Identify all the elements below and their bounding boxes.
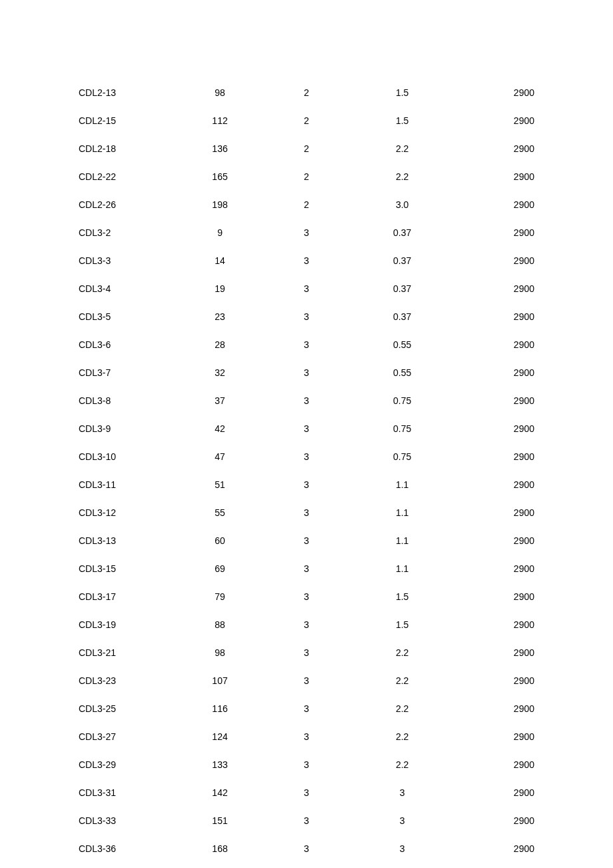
table-row: CDL3-41930.372900: [79, 275, 534, 303]
table-row: CDL3-2913332.22900: [79, 751, 534, 779]
cell-head: 98: [179, 639, 261, 667]
cell-flow: 3: [261, 695, 352, 723]
cell-power: 0.37: [352, 247, 452, 275]
cell-flow: 3: [261, 835, 352, 863]
cell-flow: 3: [261, 555, 352, 583]
cell-model: CDL3-2: [79, 219, 179, 247]
cell-power: 1.1: [352, 499, 452, 527]
cell-model: CDL3-11: [79, 471, 179, 499]
cell-flow: 3: [261, 611, 352, 639]
cell-head: 23: [179, 303, 261, 331]
cell-head: 51: [179, 471, 261, 499]
cell-speed: 2900: [452, 555, 534, 583]
cell-flow: 3: [261, 219, 352, 247]
cell-model: CDL3-7: [79, 359, 179, 387]
cell-speed: 2900: [452, 443, 534, 471]
cell-power: 1.1: [352, 527, 452, 555]
table-row: CDL3-104730.752900: [79, 443, 534, 471]
cell-head: 32: [179, 359, 261, 387]
table-row: CDL3-2712432.22900: [79, 723, 534, 751]
cell-model: CDL3-15: [79, 555, 179, 583]
cell-power: 1.5: [352, 583, 452, 611]
cell-head: 60: [179, 527, 261, 555]
cell-power: 3: [352, 779, 452, 807]
cell-flow: 3: [261, 247, 352, 275]
cell-head: 69: [179, 555, 261, 583]
cell-speed: 2900: [452, 331, 534, 359]
cell-speed: 2900: [452, 611, 534, 639]
cell-speed: 2900: [452, 807, 534, 835]
cell-speed: 2900: [452, 667, 534, 695]
table-row: CDL3-31142332900: [79, 779, 534, 807]
cell-speed: 2900: [452, 779, 534, 807]
table-row: CDL3-219832.22900: [79, 639, 534, 667]
table-row: CDL3-177931.52900: [79, 583, 534, 611]
table-row: CDL3-83730.752900: [79, 387, 534, 415]
table-row: CDL3-36168332900: [79, 835, 534, 863]
table-row: CDL3-2511632.22900: [79, 695, 534, 723]
cell-speed: 2900: [452, 583, 534, 611]
cell-model: CDL3-17: [79, 583, 179, 611]
cell-head: 79: [179, 583, 261, 611]
cell-head: 151: [179, 807, 261, 835]
cell-model: CDL3-8: [79, 387, 179, 415]
cell-model: CDL3-36: [79, 835, 179, 863]
cell-head: 14: [179, 247, 261, 275]
table-row: CDL3-136031.12900: [79, 527, 534, 555]
table-row: CDL3-125531.12900: [79, 499, 534, 527]
cell-head: 198: [179, 191, 261, 219]
cell-speed: 2900: [452, 107, 534, 135]
cell-model: CDL3-33: [79, 807, 179, 835]
cell-speed: 2900: [452, 303, 534, 331]
cell-power: 1.5: [352, 611, 452, 639]
cell-head: 9: [179, 219, 261, 247]
cell-speed: 2900: [452, 191, 534, 219]
table-row: CDL3-62830.552900: [79, 331, 534, 359]
cell-power: 1.1: [352, 471, 452, 499]
cell-model: CDL3-19: [79, 611, 179, 639]
cell-head: 107: [179, 667, 261, 695]
cell-speed: 2900: [452, 863, 534, 868]
cell-power: 2.2: [352, 163, 452, 191]
cell-model: CDL3-4: [79, 275, 179, 303]
cell-power: 2.2: [352, 723, 452, 751]
cell-model: CDL3-10: [79, 443, 179, 471]
table-row: CDL2-1511221.52900: [79, 107, 534, 135]
cell-flow: 3: [261, 527, 352, 555]
cell-flow: 2: [261, 79, 352, 107]
table-row: CDL3-115131.12900: [79, 471, 534, 499]
cell-model: CDL3-12: [79, 499, 179, 527]
cell-head: 168: [179, 835, 261, 863]
cell-flow: 3: [261, 331, 352, 359]
cell-power: 2.2: [352, 667, 452, 695]
cell-power: 1.1: [352, 555, 452, 583]
cell-speed: 2900: [452, 835, 534, 863]
cell-power: 0.75: [352, 387, 452, 415]
cell-model: CDL3-13: [79, 527, 179, 555]
table-row: CDL3-52330.372900: [79, 303, 534, 331]
cell-model: CDL3-27: [79, 723, 179, 751]
cell-speed: 2900: [452, 247, 534, 275]
cell-head: 136: [179, 135, 261, 163]
cell-head: 133: [179, 751, 261, 779]
cell-flow: 2: [261, 191, 352, 219]
table-row: CDL2-2619823.02900: [79, 191, 534, 219]
cell-speed: 2900: [452, 359, 534, 387]
cell-power: 0.75: [352, 415, 452, 443]
cell-speed: 2900: [452, 163, 534, 191]
cell-power: 2.2: [352, 639, 452, 667]
cell-model: CDL3-5: [79, 303, 179, 331]
cell-model: CDL3-21: [79, 639, 179, 667]
cell-model: CDL2-15: [79, 107, 179, 135]
table-row: CDL3-33151332900: [79, 807, 534, 835]
cell-power: 0.55: [352, 331, 452, 359]
cell-head: 124: [179, 723, 261, 751]
table-row: CDL3-2930.372900: [79, 219, 534, 247]
cell-power: 0.37: [352, 863, 452, 868]
cell-model: CDL3-23: [79, 667, 179, 695]
table-row: CDL3-31430.372900: [79, 247, 534, 275]
cell-flow: 3: [261, 667, 352, 695]
cell-model: CDL3-6: [79, 331, 179, 359]
table-row: CDL3-73230.552900: [79, 359, 534, 387]
cell-model: CDL2-13: [79, 79, 179, 107]
